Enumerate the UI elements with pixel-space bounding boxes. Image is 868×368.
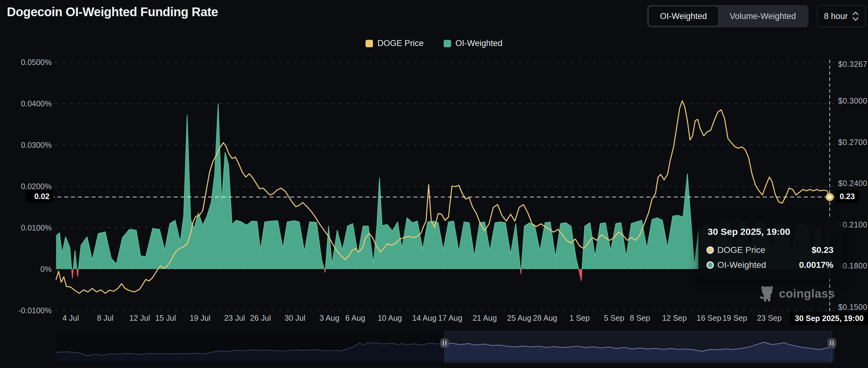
- x-axis-tick: 15 Jul: [155, 313, 176, 323]
- x-axis-tick: 12 Sep: [662, 313, 687, 323]
- right-current-value-badge: 0.23: [836, 190, 859, 202]
- tooltip-row-1: OI-Weighted0.0017%: [708, 260, 833, 270]
- coinglass-watermark: coinglass: [759, 285, 835, 302]
- chart-tooltip: 30 Sep 2025, 19:00 DOGE Price$0.23OI-Wei…: [698, 217, 843, 279]
- tooltip-series-label: DOGE Price: [717, 245, 765, 255]
- x-axis-tick: 10 Aug: [378, 313, 402, 323]
- tooltip-series-value: 0.0017%: [799, 260, 833, 270]
- series-dot-icon: [708, 263, 713, 268]
- navigator-handle-left[interactable]: [440, 338, 449, 348]
- legend-swatch-icon: [366, 40, 373, 47]
- tooltip-row-0: DOGE Price$0.23: [708, 245, 833, 255]
- tooltip-series-value: $0.23: [812, 245, 833, 255]
- x-axis-tick: 17 Aug: [438, 313, 462, 323]
- right-axis-tick: $0.1500: [838, 302, 868, 312]
- legend-label: DOGE Price: [377, 39, 424, 48]
- tooltip-date: 30 Sep 2025, 19:00: [708, 227, 833, 237]
- legend-item-1[interactable]: OI-Weighted: [444, 39, 502, 48]
- legend-item-0[interactable]: DOGE Price: [366, 39, 424, 48]
- left-axis-tick: 0.0500%: [0, 57, 52, 67]
- x-axis-tick: 14 Aug: [412, 313, 436, 323]
- x-axis-tick: 30 Jul: [284, 313, 305, 323]
- left-axis-tick: 0.0300%: [0, 140, 52, 150]
- chart-controls: OI-Weighted Volume-Weighted 8 hour: [647, 5, 866, 27]
- left-axis-tick: 0.0200%: [0, 181, 52, 191]
- x-axis-tick: 3 Aug: [319, 313, 339, 323]
- tab-volume-weighted[interactable]: Volume-Weighted: [718, 6, 807, 26]
- legend-swatch-icon: [444, 40, 451, 47]
- updown-chevron-icon: [852, 11, 859, 22]
- coinglass-watermark-text: coinglass: [779, 287, 835, 301]
- navigator-selected-range[interactable]: [444, 332, 832, 363]
- navigator-handle-right[interactable]: [828, 338, 836, 348]
- interval-select-value: 8 hour: [824, 11, 848, 21]
- x-axis-tick: 19 Jul: [190, 313, 211, 323]
- x-axis-tick: 19 Sep: [723, 313, 747, 323]
- x-axis-tick: 4 Jul: [63, 313, 79, 323]
- x-axis-tick: 1 Sep: [569, 313, 590, 323]
- x-axis-tick: 21 Aug: [473, 313, 497, 323]
- x-axis-tick: 23 Sep: [757, 313, 781, 323]
- funding-rate-page: { "header": { "title": "Dogecoin OI-Weig…: [0, 0, 868, 368]
- crosshair-date-badge: 30 Sep 2025, 19:00: [790, 312, 868, 325]
- right-axis-tick: $0.2700: [838, 137, 868, 147]
- tooltip-rows: DOGE Price$0.23OI-Weighted0.0017%: [708, 245, 833, 270]
- x-axis-tick: 5 Sep: [604, 313, 624, 323]
- chart-canvas[interactable]: [0, 0, 868, 368]
- x-axis-tick: 28 Aug: [533, 313, 557, 323]
- page-title: Dogecoin OI-Weighted Funding Rate: [7, 5, 218, 19]
- left-axis-tick: 0.0400%: [0, 99, 52, 108]
- x-axis-tick: 26 Jul: [250, 313, 271, 323]
- left-axis-tick: -0.0100%: [0, 305, 52, 315]
- x-axis-tick: 25 Aug: [507, 313, 531, 323]
- x-axis-tick: 8 Jul: [97, 313, 113, 323]
- series-dot-icon: [708, 247, 713, 253]
- legend-label: OI-Weighted: [456, 39, 502, 48]
- tab-oi-weighted[interactable]: OI-Weighted: [649, 6, 718, 26]
- x-axis-tick: 6 Aug: [345, 313, 365, 323]
- x-axis-tick: 23 Jul: [224, 313, 245, 323]
- right-axis-tick: $0.3000: [838, 96, 868, 106]
- left-axis-tick: 0.0100%: [0, 223, 52, 233]
- weighting-segmented-control: OI-Weighted Volume-Weighted: [647, 5, 809, 27]
- x-axis-tick: 16 Sep: [697, 313, 721, 323]
- left-current-value-badge: 0.02: [26, 190, 54, 202]
- coinglass-mascot-icon: [759, 285, 775, 302]
- chart-legend: DOGE PriceOI-Weighted: [0, 39, 868, 48]
- interval-select[interactable]: 8 hour: [817, 5, 866, 27]
- right-axis-tick: $0.3267: [838, 59, 868, 69]
- right-axis-tick: $0.2400: [838, 178, 868, 188]
- x-axis-tick: 8 Sep: [630, 313, 650, 323]
- tooltip-series-label: OI-Weighted: [717, 260, 766, 270]
- x-axis-tick: 12 Jul: [129, 313, 150, 323]
- left-axis-tick: 0%: [0, 264, 52, 274]
